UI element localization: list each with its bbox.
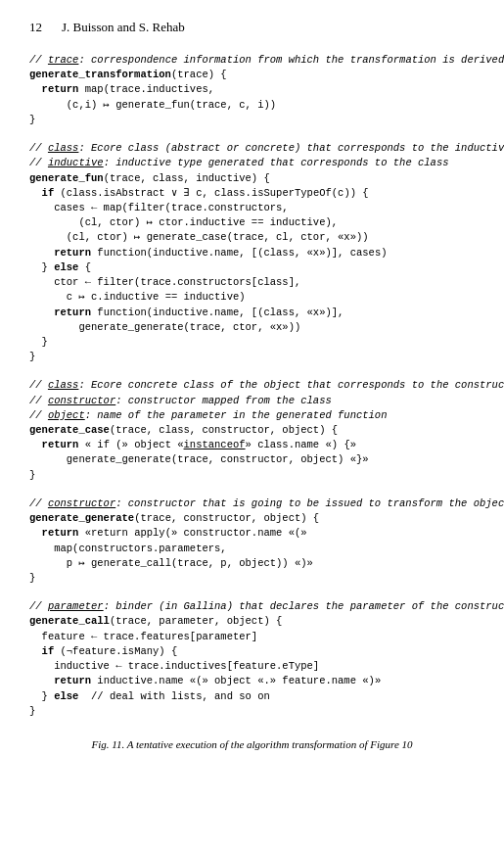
section-generate-case: // class: Ecore concrete class of the ob…	[29, 378, 475, 483]
code-line: cases ← map(filter(trace.constructors,	[29, 201, 475, 215]
figure-caption: Fig. 11. A tentative execution of the al…	[29, 738, 475, 750]
comment-line: // class: Ecore class (abstract or concr…	[29, 141, 475, 156]
code-line: generate_generate(trace, ctor, «x»))	[29, 320, 475, 335]
section-generate-transformation: // trace: correspondence information fro…	[29, 53, 475, 127]
comment-line: // inductive: inductive type generated t…	[29, 156, 475, 170]
code-block-3: // class: Ecore concrete class of the ob…	[29, 378, 475, 483]
code-line: return function(inductive.name, [(class,…	[29, 306, 475, 320]
comment-line: // parameter: binder (in Gallina) that d…	[29, 599, 475, 614]
code-line: (c,i) ↦ generate_fun(trace, c, i))	[29, 98, 475, 113]
code-line: } else {	[29, 260, 475, 275]
code-line: if (¬feature.isMany) {	[29, 644, 475, 659]
code-line: }	[29, 335, 475, 350]
comment-line: // constructor: constructor mapped from …	[29, 394, 475, 408]
code-line: }	[29, 113, 475, 127]
page-header: 12 J. Buisson and S. Rehab	[29, 20, 475, 35]
page-number: 12	[29, 20, 42, 35]
code-line: return map(trace.inductives,	[29, 82, 475, 97]
code-line: return inductive.name «(» object «.» fea…	[29, 674, 475, 688]
code-block-4: // constructor: constructor that is goin…	[29, 496, 475, 586]
code-line: }	[29, 350, 475, 364]
code-line: }	[29, 468, 475, 483]
code-line: p ↦ generate_call(trace, p, object)) «)»	[29, 556, 475, 571]
code-line: return « if (» object «instanceof» class…	[29, 438, 475, 452]
code-block-1: // trace: correspondence information fro…	[29, 53, 475, 127]
code-line: }	[29, 704, 475, 719]
comment-line: // trace: correspondence information fro…	[29, 53, 475, 68]
code-line: } else // deal with lists, and so on	[29, 689, 475, 704]
code-line: generate_case(trace, class, constructor,…	[29, 423, 475, 438]
code-line: (cl, ctor) ↦ ctor.inductive == inductive…	[29, 215, 475, 230]
comment-line: // constructor: constructor that is goin…	[29, 496, 475, 511]
code-line: inductive ← trace.inductives[feature.eTy…	[29, 659, 475, 674]
code-line: feature ← trace.features[parameter]	[29, 630, 475, 644]
code-line: ctor ← filter(trace.constructors[class],	[29, 275, 475, 290]
code-line: generate_fun(trace, class, inductive) {	[29, 171, 475, 186]
code-line: return function(inductive.name, [(class,…	[29, 246, 475, 260]
section-generate-call: // parameter: binder (in Gallina) that d…	[29, 599, 475, 719]
code-line: c ↦ c.inductive == inductive)	[29, 290, 475, 305]
section-generate-generate: // constructor: constructor that is goin…	[29, 496, 475, 586]
code-line: generate_call(trace, parameter, object) …	[29, 614, 475, 629]
code-line: }	[29, 571, 475, 586]
code-line: generate_generate(trace, constructor, ob…	[29, 452, 475, 467]
code-line: if (class.isAbstract ∨ ∃ c, class.isSupe…	[29, 186, 475, 201]
section-generate-fun: // class: Ecore class (abstract or concr…	[29, 141, 475, 364]
code-block-2: // class: Ecore class (abstract or concr…	[29, 141, 475, 364]
author-names: J. Buisson and S. Rehab	[62, 20, 185, 35]
comment-line: // object: name of the parameter in the …	[29, 408, 475, 423]
comment-line: // class: Ecore concrete class of the ob…	[29, 378, 475, 393]
code-line: generate_generate(trace, constructor, ob…	[29, 511, 475, 526]
code-block-5: // parameter: binder (in Gallina) that d…	[29, 599, 475, 719]
code-line: (cl, ctor) ↦ generate_case(trace, cl, ct…	[29, 230, 475, 245]
code-line: generate_transformation(trace) {	[29, 68, 475, 82]
code-line: return «return apply(» constructor.name …	[29, 526, 475, 541]
code-line: map(constructors.parameters,	[29, 542, 475, 556]
